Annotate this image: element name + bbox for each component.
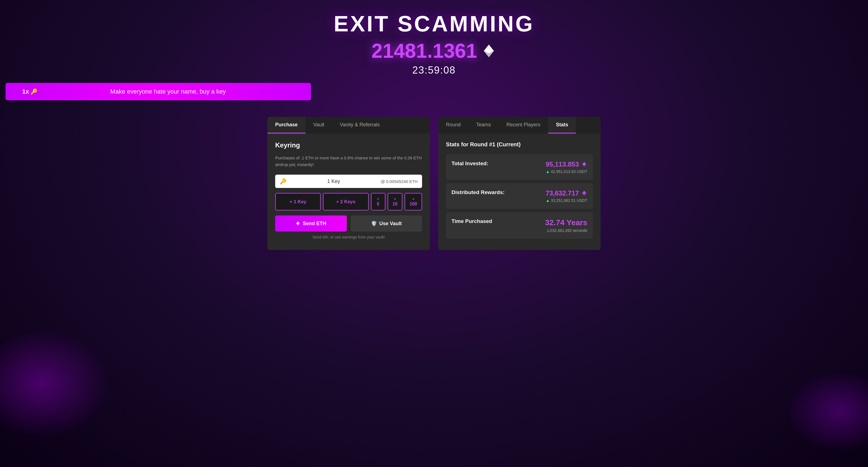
vault-icon: 🛡️: [371, 220, 377, 226]
page-content: EXIT SCAMMING 21481.1361 23:59:08 1x 🔑 M…: [0, 0, 868, 261]
time-purchased-label: Time Purchased: [452, 218, 492, 224]
tab-recent-players[interactable]: Recent Players: [499, 117, 548, 133]
key-quantity-input[interactable]: [290, 179, 377, 184]
action-hint: Send eth, or use earnings from your vaul…: [275, 235, 422, 239]
eth-logo-icon: [481, 43, 496, 59]
total-invested-value-col: 95,113.853 ▲ 42,951,513.93 USDT: [546, 160, 587, 174]
right-panel-body: Stats for Round #1 (Current) Total Inves…: [438, 133, 600, 250]
banner-key-icon: 🔑: [31, 88, 37, 95]
key-input-row: 🔑 @ 0.00545240 ETH: [275, 175, 422, 188]
time-purchased-sub: 1,032,461,492 seconds: [545, 228, 587, 233]
left-panel-body: Keyring Purchases of .1 ETH or more have…: [268, 133, 430, 247]
tab-round[interactable]: Round: [438, 117, 468, 133]
add-10-num: 10: [393, 201, 398, 207]
tab-vanity[interactable]: Vanity & Referrals: [332, 117, 388, 133]
airdrop-info: Purchases of .1 ETH or more have a 0.9% …: [275, 155, 422, 168]
add-10-plus: +: [394, 197, 396, 201]
eth-send-icon: [296, 221, 301, 226]
time-purchased-value-col: 32.74 Years 1,032,461,492 seconds: [545, 218, 587, 233]
tab-purchase[interactable]: Purchase: [268, 117, 305, 133]
bg-glow-right: [785, 370, 868, 453]
add-5-num: 5: [377, 201, 379, 207]
eth-amount: 21481.1361: [372, 39, 477, 62]
banner: 1x 🔑 Make everyone hate your name, buy a…: [5, 83, 311, 100]
add-10-keys-button[interactable]: + 10: [388, 193, 403, 211]
right-tabs: Round Teams Recent Players Stats: [438, 117, 600, 133]
right-panel: Round Teams Recent Players Stats Stats f…: [438, 117, 600, 250]
distributed-rewards-value-col: 73,632.717 ▲ 33,251,062.51 USDT: [546, 189, 587, 203]
main-panels: Purchase Vault Vanity & Referrals Keyrin…: [268, 117, 600, 250]
tab-vault[interactable]: Vault: [305, 117, 332, 133]
stats-round-title: Stats for Round #1 (Current): [446, 141, 593, 148]
countdown-timer: 23:59:08: [5, 64, 863, 76]
main-title: EXIT SCAMMING: [5, 11, 863, 37]
banner-multiplier: 1x 🔑: [22, 88, 37, 95]
add-100-keys-button[interactable]: + 100: [405, 193, 422, 211]
tab-teams[interactable]: Teams: [468, 117, 499, 133]
time-purchased-value: 32.74 Years: [545, 218, 587, 227]
total-invested-value: 95,113.853: [546, 160, 587, 168]
stat-row-invested: Total Invested: 95,113.853 ▲ 42,951,513.…: [446, 154, 593, 180]
eth-amount-row: 21481.1361: [5, 39, 863, 62]
add-2-keys-button[interactable]: + 2 Keys: [323, 193, 369, 211]
total-invested-sub: ▲ 42,951,513.93 USDT: [546, 169, 587, 174]
use-vault-button[interactable]: 🛡️ Use Vault: [351, 215, 422, 231]
distributed-rewards-sub: ▲ 33,251,062.51 USDT: [546, 198, 587, 203]
quantity-buttons: + 1 Key + 2 Keys + 5 + 10 + 100: [275, 193, 422, 211]
add-100-plus: +: [412, 197, 414, 201]
add-5-plus: +: [377, 197, 379, 201]
eth-price-display: @ 0.00545240 ETH: [381, 179, 417, 184]
key-icon: 🔑: [280, 178, 286, 185]
send-eth-button[interactable]: Send ETH: [275, 215, 347, 231]
tab-stats[interactable]: Stats: [548, 117, 576, 133]
distributed-rewards-label: Distributed Rewards:: [452, 189, 504, 195]
stat-row-rewards: Distributed Rewards: 73,632.717 ▲ 33,251…: [446, 183, 593, 209]
header-section: EXIT SCAMMING 21481.1361 23:59:08 1x 🔑 M…: [5, 11, 863, 111]
add-1-key-button[interactable]: + 1 Key: [275, 193, 321, 211]
eth-icon-rewards: [581, 190, 587, 196]
action-buttons: Send ETH 🛡️ Use Vault: [275, 215, 422, 231]
left-tabs: Purchase Vault Vanity & Referrals: [268, 117, 430, 133]
bg-glow-left: [0, 328, 111, 439]
add-5-keys-button[interactable]: + 5: [371, 193, 385, 211]
keyring-title: Keyring: [275, 141, 422, 149]
left-panel: Purchase Vault Vanity & Referrals Keyrin…: [268, 117, 430, 250]
banner-text: Make everyone hate your name, buy a key: [42, 88, 294, 95]
total-invested-label: Total Invested:: [452, 160, 489, 166]
eth-icon-invested: [581, 161, 587, 167]
add-100-num: 100: [409, 201, 417, 207]
distributed-rewards-value: 73,632.717: [546, 189, 587, 197]
stat-row-time: Time Purchased 32.74 Years 1,032,461,492…: [446, 212, 593, 239]
